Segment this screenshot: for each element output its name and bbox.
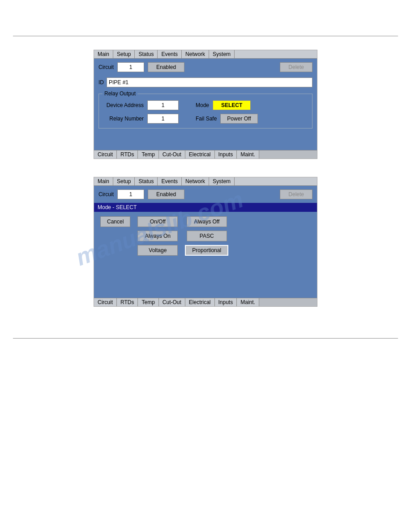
fail-safe-label: Fail Safe <box>196 116 217 122</box>
bottom-tab-circuit-2[interactable]: Circuit <box>94 298 117 306</box>
enabled-button-2[interactable]: Enabled <box>148 189 184 199</box>
device-address-row: Device Address Mode SELECT <box>103 100 308 110</box>
bottom-tab-inputs-2[interactable]: Inputs <box>215 298 237 306</box>
bottom-tab-temp-1[interactable]: Temp <box>138 150 158 159</box>
bottom-tab-temp-2[interactable]: Temp <box>138 298 158 306</box>
voltage-button[interactable]: Voltage <box>137 245 178 256</box>
device-address-label: Device Address <box>103 102 144 108</box>
bottom-tab-electrical-1[interactable]: Electrical <box>185 150 215 159</box>
tab-spacer-2 <box>235 177 317 185</box>
id-row-1: ID <box>94 76 317 91</box>
tab-events-1[interactable]: Events <box>158 50 182 58</box>
circuit-input-1[interactable] <box>117 62 144 72</box>
mode-label: Mode <box>196 102 209 108</box>
tab-events-2[interactable]: Events <box>158 177 182 185</box>
circuit-row-2: Circuit Enabled Delete <box>94 186 317 203</box>
id-input-1[interactable] <box>107 77 313 87</box>
tab-network-1[interactable]: Network <box>182 50 209 58</box>
mode-btn-col-center: On/Off Always On Voltage <box>137 216 178 256</box>
tab-bar-2: Main Setup Status Events Network System <box>94 177 317 186</box>
tab-main-2[interactable]: Main <box>94 177 113 185</box>
bottom-tab-maint-2[interactable]: Maint. <box>237 298 259 306</box>
always-on-button[interactable]: Always On <box>137 231 178 241</box>
tab-status-2[interactable]: Status <box>135 177 158 185</box>
bottom-tab-circuit-1[interactable]: Circuit <box>94 150 117 159</box>
relay-output-group: Relay Output Device Address Mode SELECT … <box>98 94 313 129</box>
tab-system-2[interactable]: System <box>209 177 235 185</box>
proportional-button[interactable]: Proportional <box>185 245 228 256</box>
tab-setup-1[interactable]: Setup <box>113 50 135 58</box>
pasc-button[interactable]: PASC <box>187 231 227 241</box>
device-address-input[interactable] <box>147 100 179 110</box>
bottom-tab-electrical-2[interactable]: Electrical <box>185 298 215 306</box>
always-off-button[interactable]: Always Off <box>187 216 227 227</box>
mode-buttons-area: Cancel On/Off Always On Voltage Always O… <box>94 212 317 262</box>
tab-setup-2[interactable]: Setup <box>113 177 135 185</box>
select-button[interactable]: SELECT <box>213 100 251 110</box>
mode-btn-col-right: Always Off PASC Proportional <box>185 216 228 256</box>
circuit-label-1: Circuit <box>98 64 114 70</box>
circuit-row-1: Circuit Enabled Delete <box>94 59 317 76</box>
panel-2: Main Setup Status Events Network System … <box>94 177 317 307</box>
relay-number-input[interactable] <box>147 114 179 124</box>
bottom-tab-bar-1: Circuit RTDs Temp Cut-Out Electrical Inp… <box>94 150 317 159</box>
blue-spacer-1 <box>94 132 317 150</box>
enabled-button-1[interactable]: Enabled <box>148 62 184 72</box>
delete-button-2[interactable]: Delete <box>280 189 313 199</box>
id-label-1: ID <box>98 79 104 86</box>
bottom-tab-bar-2: Circuit RTDs Temp Cut-Out Electrical Inp… <box>94 298 317 306</box>
tab-spacer-1 <box>235 50 317 58</box>
tab-status-1[interactable]: Status <box>135 50 158 58</box>
delete-button-1[interactable]: Delete <box>280 62 313 72</box>
cancel-button[interactable]: Cancel <box>100 216 130 227</box>
bottom-rule <box>13 338 398 339</box>
power-off-button[interactable]: Power Off <box>220 114 257 124</box>
bottom-tab-rtds-1[interactable]: RTDs <box>117 150 138 159</box>
tab-system-1[interactable]: System <box>209 50 235 58</box>
mode-select-bar: Mode - SELECT <box>94 203 317 212</box>
cancel-col: Cancel <box>100 216 130 227</box>
relay-output-legend: Relay Output <box>103 90 137 97</box>
relay-number-label: Relay Number <box>103 116 144 122</box>
tab-main-1[interactable]: Main <box>94 50 113 58</box>
tab-network-2[interactable]: Network <box>182 177 209 185</box>
on-off-button[interactable]: On/Off <box>137 216 178 227</box>
tab-bar-1: Main Setup Status Events Network System <box>94 50 317 59</box>
bottom-tab-rtds-2[interactable]: RTDs <box>117 298 138 306</box>
panel-1: Main Setup Status Events Network System … <box>94 50 317 159</box>
bottom-tab-cutout-2[interactable]: Cut-Out <box>159 298 185 306</box>
mode-buttons-layout: Cancel On/Off Always On Voltage Always O… <box>100 216 311 256</box>
top-rule <box>13 36 398 36</box>
blue-spacer-2 <box>94 262 317 298</box>
relay-number-row: Relay Number Fail Safe Power Off <box>103 114 308 124</box>
bottom-tab-inputs-1[interactable]: Inputs <box>215 150 237 159</box>
bottom-tab-maint-1[interactable]: Maint. <box>237 150 259 159</box>
circuit-label-2: Circuit <box>98 191 114 197</box>
bottom-tab-cutout-1[interactable]: Cut-Out <box>159 150 185 159</box>
circuit-input-2[interactable] <box>117 189 144 199</box>
